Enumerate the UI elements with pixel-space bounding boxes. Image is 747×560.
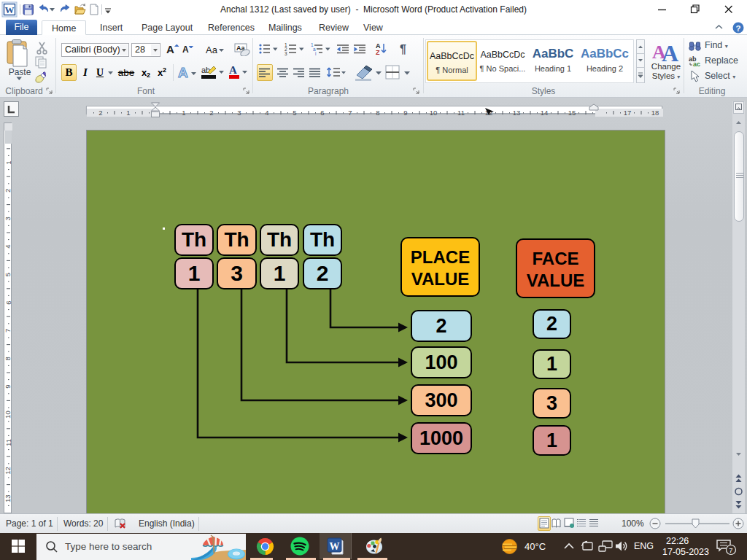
svg-text:2: 2 (98, 109, 102, 117)
svg-text:17: 17 (624, 109, 632, 117)
svg-text:11: 11 (457, 109, 465, 117)
svg-text:10: 10 (430, 109, 438, 117)
svg-text:Aa: Aa (206, 44, 218, 55)
svg-text:W: W (330, 541, 340, 552)
svg-text:1: 1 (4, 160, 12, 164)
svg-text:6: 6 (4, 300, 12, 304)
svg-text:A: A (182, 44, 189, 55)
svg-text:2: 2 (4, 189, 12, 192)
svg-text:4: 4 (265, 109, 268, 117)
svg-text:8: 8 (376, 109, 379, 117)
svg-text:6: 6 (320, 109, 324, 117)
svg-text:13: 13 (513, 109, 521, 117)
svg-text:14: 14 (541, 109, 549, 117)
svg-text:1: 1 (182, 109, 185, 117)
svg-text:13: 13 (4, 495, 12, 503)
svg-text:A: A (662, 40, 678, 63)
svg-text:?: ? (735, 24, 740, 33)
svg-text:12: 12 (4, 467, 12, 475)
svg-text:4: 4 (4, 245, 12, 249)
svg-text:18: 18 (651, 109, 659, 117)
svg-text:A: A (229, 64, 237, 76)
svg-text:9: 9 (4, 385, 12, 389)
svg-text:7: 7 (4, 329, 12, 332)
svg-text:10: 10 (4, 411, 12, 419)
svg-text:11: 11 (4, 439, 12, 446)
svg-text:5: 5 (4, 273, 12, 276)
svg-text:A: A (166, 43, 174, 55)
svg-text:7: 7 (729, 546, 732, 554)
svg-text:Z: Z (376, 49, 380, 56)
svg-text:7: 7 (348, 109, 352, 117)
svg-text:1: 1 (126, 109, 130, 117)
svg-text:3: 3 (285, 51, 287, 56)
svg-text:3: 3 (4, 217, 12, 220)
svg-text:ac: ac (693, 61, 700, 67)
svg-text:9: 9 (403, 109, 407, 117)
svg-text:2: 2 (209, 109, 213, 117)
svg-text:15: 15 (568, 109, 576, 117)
svg-text:i: i (315, 51, 316, 56)
svg-text:5: 5 (293, 109, 296, 117)
svg-text:3: 3 (237, 109, 241, 117)
svg-text:A: A (178, 65, 188, 80)
svg-text:¶: ¶ (400, 43, 406, 55)
svg-text:8: 8 (4, 357, 12, 360)
